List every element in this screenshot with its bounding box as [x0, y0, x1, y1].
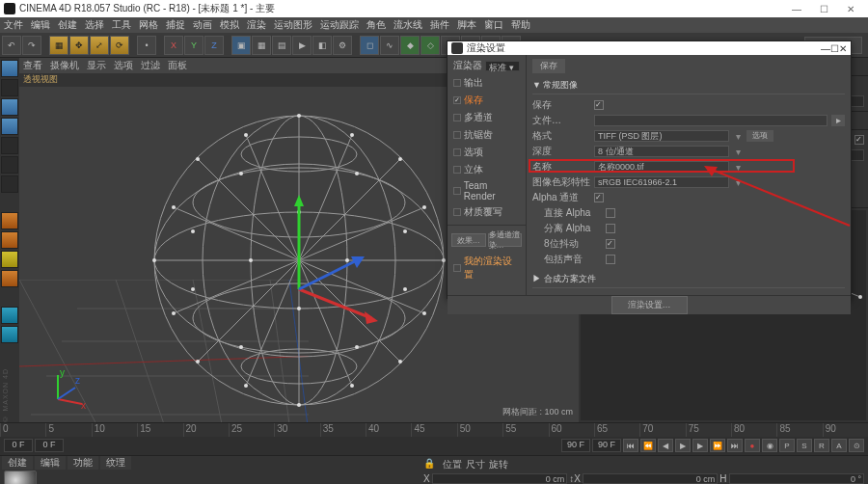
save-tab[interactable]: 保存: [532, 59, 565, 73]
menu-动画[interactable]: 动画: [193, 18, 212, 32]
vp-menu-面板[interactable]: 面板: [168, 59, 187, 72]
render-region[interactable]: ◧: [312, 36, 332, 55]
goto-start[interactable]: ⏮: [623, 439, 638, 452]
menu-捕捉[interactable]: 捕捉: [166, 18, 185, 32]
drop-深度[interactable]: 8 位/通道: [594, 146, 729, 157]
tool-1[interactable]: ▣: [231, 36, 251, 55]
tool-2[interactable]: ▦: [252, 36, 271, 55]
menu-网格[interactable]: 网格: [139, 18, 158, 32]
chk-包括声音[interactable]: [606, 255, 615, 264]
vp-menu-显示[interactable]: 显示: [87, 59, 106, 72]
sphere-object[interactable]: [145, 106, 453, 415]
next-key[interactable]: ⏩: [710, 439, 725, 452]
snap-tool-1[interactable]: [1, 212, 18, 229]
vp-menu-查看[interactable]: 查看: [23, 59, 42, 72]
key-p[interactable]: P: [779, 439, 795, 452]
drop-名称[interactable]: 名称0000.tif: [594, 161, 729, 173]
chk-直接 Alpha[interactable]: [606, 208, 615, 218]
format-options[interactable]: 选项: [746, 130, 773, 142]
render-view[interactable]: ▶: [292, 36, 312, 55]
save-checkbox[interactable]: [594, 100, 604, 110]
tl-cur[interactable]: 0 F: [35, 439, 64, 452]
object-mode[interactable]: [1, 98, 18, 116]
menu-创建[interactable]: 创建: [58, 18, 77, 32]
menu-工具[interactable]: 工具: [112, 18, 131, 32]
dlg-item-保存[interactable]: 保存: [448, 92, 526, 109]
menu-模拟[interactable]: 模拟: [220, 18, 239, 32]
axis-y-toggle[interactable]: Y: [184, 36, 203, 55]
select-tool[interactable]: ▦: [49, 36, 68, 55]
axis-z-toggle[interactable]: Z: [204, 36, 224, 55]
menu-插件[interactable]: 插件: [430, 18, 449, 32]
dlg-item-多通道[interactable]: 多通道: [448, 109, 526, 126]
chk-8位抖动[interactable]: [606, 239, 615, 249]
render-settings-button[interactable]: ⚙: [333, 36, 352, 55]
chk-分离 Alpha[interactable]: [606, 224, 615, 233]
menu-运动图形[interactable]: 运动图形: [274, 18, 312, 32]
key-opt[interactable]: ⊙: [849, 439, 864, 452]
autokey[interactable]: ◉: [762, 439, 777, 452]
axis-x-toggle[interactable]: X: [164, 36, 183, 55]
multipass-button[interactable]: 多通道渲染…: [488, 233, 523, 247]
poly-mode[interactable]: [1, 175, 18, 193]
undo-button[interactable]: ↶: [2, 36, 21, 55]
tl-end2[interactable]: 90 F: [592, 439, 621, 452]
modeling-gen[interactable]: ◇: [420, 36, 440, 55]
dlg-item-立体[interactable]: 立体: [448, 161, 526, 178]
tl-end[interactable]: 90 F: [561, 439, 590, 452]
timeline-ruler[interactable]: 051015202530354045505560657075808590: [0, 423, 868, 437]
snap-tool-2[interactable]: [1, 231, 18, 249]
primitive-cube[interactable]: ◻: [360, 36, 379, 55]
coord-tab-rot[interactable]: 旋转: [489, 458, 508, 471]
effects-button[interactable]: 效果…: [451, 233, 486, 247]
menu-文件[interactable]: 文件: [4, 18, 23, 32]
menu-脚本[interactable]: 脚本: [457, 18, 476, 32]
mat-tab-功能[interactable]: 功能: [68, 456, 98, 470]
dialog-titlebar[interactable]: 渲染设置 — ☐ ✕: [448, 41, 851, 55]
goto-end[interactable]: ⏭: [727, 439, 743, 452]
key-a[interactable]: A: [831, 439, 847, 452]
dlg-item-Team Render[interactable]: Team Render: [448, 178, 526, 203]
lock-icon[interactable]: 🔒: [423, 458, 439, 471]
prev-frame[interactable]: ◀: [658, 439, 673, 452]
prev-key[interactable]: ⏪: [640, 439, 656, 452]
coord-tab-size[interactable]: 尺寸: [466, 458, 485, 471]
scale-tool[interactable]: ⤢: [90, 36, 109, 55]
minimize-button[interactable]: —: [783, 4, 810, 14]
close-button[interactable]: ✕: [837, 4, 864, 14]
workplane-2[interactable]: [1, 326, 18, 343]
workplane-1[interactable]: [1, 307, 18, 324]
menu-编辑[interactable]: 编辑: [31, 18, 50, 32]
vp-menu-选项[interactable]: 选项: [114, 59, 133, 72]
material-thumb[interactable]: [4, 471, 37, 484]
tool-3[interactable]: ▤: [272, 36, 291, 55]
point-mode[interactable]: [1, 137, 18, 154]
dialog-maximize[interactable]: ☐: [830, 43, 839, 54]
dlg-item-输出[interactable]: 输出: [448, 74, 526, 92]
menu-窗口[interactable]: 窗口: [484, 18, 503, 32]
sel-chk[interactable]: [854, 135, 864, 145]
mat-tab-编辑[interactable]: 编辑: [35, 456, 66, 470]
menu-流水线[interactable]: 流水线: [393, 18, 422, 32]
dialog-minimize[interactable]: —: [821, 43, 830, 54]
file-browse-button[interactable]: ▸: [831, 115, 845, 126]
record-button[interactable]: ●: [745, 439, 760, 452]
drop-格式[interactable]: TIFF (PSD 图层): [594, 130, 729, 142]
rotate-tool[interactable]: ⟳: [110, 36, 129, 55]
play-button[interactable]: ▶: [675, 439, 691, 452]
primitive-spline[interactable]: ∿: [380, 36, 399, 55]
snap-tool-3[interactable]: [1, 251, 18, 268]
tl-start[interactable]: 0 F: [4, 439, 33, 452]
size-x[interactable]: [583, 473, 718, 484]
coord-tab-pos[interactable]: 位置: [443, 458, 462, 471]
dialog-close[interactable]: ✕: [839, 43, 847, 54]
key-r[interactable]: R: [814, 439, 829, 452]
generator[interactable]: ◆: [400, 36, 420, 55]
section-composition[interactable]: ▶ 合成方案文件: [532, 271, 845, 288]
vp-menu-过滤[interactable]: 过滤: [141, 59, 160, 72]
edge-mode[interactable]: [1, 156, 18, 174]
menu-运动跟踪[interactable]: 运动跟踪: [320, 18, 359, 32]
next-frame[interactable]: ▶: [692, 439, 708, 452]
dlg-item-材质覆写[interactable]: 材质覆写: [448, 203, 526, 221]
dlg-item-选项[interactable]: 选项: [448, 144, 526, 161]
